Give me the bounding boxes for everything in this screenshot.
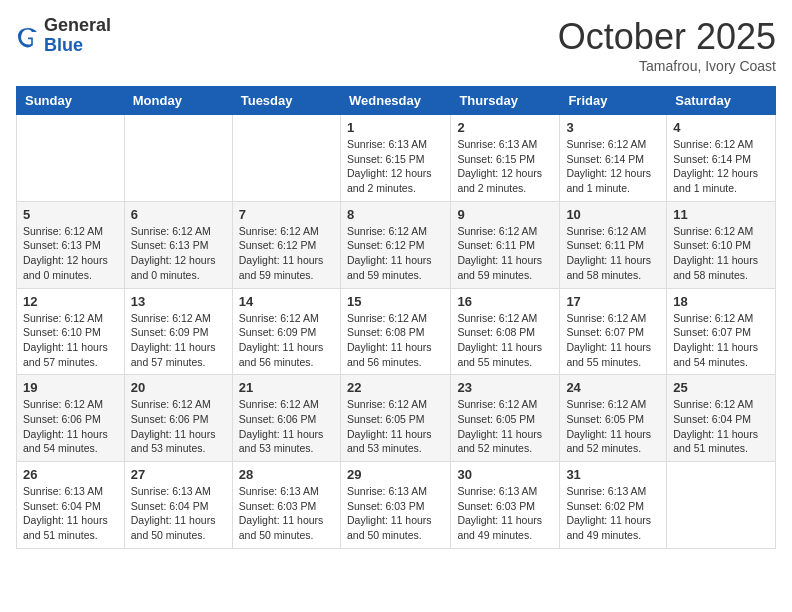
day-info: Sunrise: 6:12 AMSunset: 6:14 PMDaylight:… — [566, 137, 660, 196]
day-info: Sunrise: 6:12 AMSunset: 6:11 PMDaylight:… — [566, 224, 660, 283]
day-number: 10 — [566, 207, 660, 222]
calendar-week-row: 1Sunrise: 6:13 AMSunset: 6:15 PMDaylight… — [17, 115, 776, 202]
day-info: Sunrise: 6:12 AMSunset: 6:09 PMDaylight:… — [131, 311, 226, 370]
table-row — [124, 115, 232, 202]
day-number: 23 — [457, 380, 553, 395]
table-row: 23Sunrise: 6:12 AMSunset: 6:05 PMDayligh… — [451, 375, 560, 462]
table-row: 18Sunrise: 6:12 AMSunset: 6:07 PMDayligh… — [667, 288, 776, 375]
day-info: Sunrise: 6:12 AMSunset: 6:05 PMDaylight:… — [347, 397, 444, 456]
calendar-week-row: 19Sunrise: 6:12 AMSunset: 6:06 PMDayligh… — [17, 375, 776, 462]
table-row: 15Sunrise: 6:12 AMSunset: 6:08 PMDayligh… — [340, 288, 450, 375]
day-number: 17 — [566, 294, 660, 309]
day-info: Sunrise: 6:12 AMSunset: 6:12 PMDaylight:… — [239, 224, 334, 283]
logo-text: General Blue — [44, 16, 111, 56]
day-info: Sunrise: 6:13 AMSunset: 6:15 PMDaylight:… — [457, 137, 553, 196]
day-info: Sunrise: 6:12 AMSunset: 6:14 PMDaylight:… — [673, 137, 769, 196]
col-thursday: Thursday — [451, 87, 560, 115]
table-row: 17Sunrise: 6:12 AMSunset: 6:07 PMDayligh… — [560, 288, 667, 375]
table-row: 13Sunrise: 6:12 AMSunset: 6:09 PMDayligh… — [124, 288, 232, 375]
col-tuesday: Tuesday — [232, 87, 340, 115]
table-row: 6Sunrise: 6:12 AMSunset: 6:13 PMDaylight… — [124, 201, 232, 288]
day-number: 14 — [239, 294, 334, 309]
day-info: Sunrise: 6:12 AMSunset: 6:06 PMDaylight:… — [239, 397, 334, 456]
day-number: 24 — [566, 380, 660, 395]
table-row: 20Sunrise: 6:12 AMSunset: 6:06 PMDayligh… — [124, 375, 232, 462]
table-row: 12Sunrise: 6:12 AMSunset: 6:10 PMDayligh… — [17, 288, 125, 375]
day-info: Sunrise: 6:12 AMSunset: 6:06 PMDaylight:… — [23, 397, 118, 456]
day-number: 5 — [23, 207, 118, 222]
day-number: 31 — [566, 467, 660, 482]
day-info: Sunrise: 6:12 AMSunset: 6:07 PMDaylight:… — [673, 311, 769, 370]
day-number: 18 — [673, 294, 769, 309]
location: Tamafrou, Ivory Coast — [558, 58, 776, 74]
day-number: 12 — [23, 294, 118, 309]
calendar-week-row: 12Sunrise: 6:12 AMSunset: 6:10 PMDayligh… — [17, 288, 776, 375]
day-number: 19 — [23, 380, 118, 395]
table-row: 27Sunrise: 6:13 AMSunset: 6:04 PMDayligh… — [124, 462, 232, 549]
day-number: 29 — [347, 467, 444, 482]
table-row: 10Sunrise: 6:12 AMSunset: 6:11 PMDayligh… — [560, 201, 667, 288]
calendar-header-row: Sunday Monday Tuesday Wednesday Thursday… — [17, 87, 776, 115]
table-row: 1Sunrise: 6:13 AMSunset: 6:15 PMDaylight… — [340, 115, 450, 202]
logo: General Blue — [16, 16, 111, 56]
day-number: 28 — [239, 467, 334, 482]
day-info: Sunrise: 6:12 AMSunset: 6:09 PMDaylight:… — [239, 311, 334, 370]
logo-blue: Blue — [44, 36, 111, 56]
table-row: 3Sunrise: 6:12 AMSunset: 6:14 PMDaylight… — [560, 115, 667, 202]
day-info: Sunrise: 6:12 AMSunset: 6:13 PMDaylight:… — [23, 224, 118, 283]
day-number: 8 — [347, 207, 444, 222]
col-monday: Monday — [124, 87, 232, 115]
month-title: October 2025 — [558, 16, 776, 58]
day-number: 22 — [347, 380, 444, 395]
table-row: 31Sunrise: 6:13 AMSunset: 6:02 PMDayligh… — [560, 462, 667, 549]
table-row: 2Sunrise: 6:13 AMSunset: 6:15 PMDaylight… — [451, 115, 560, 202]
day-number: 21 — [239, 380, 334, 395]
col-sunday: Sunday — [17, 87, 125, 115]
col-saturday: Saturday — [667, 87, 776, 115]
day-info: Sunrise: 6:13 AMSunset: 6:04 PMDaylight:… — [23, 484, 118, 543]
day-info: Sunrise: 6:12 AMSunset: 6:06 PMDaylight:… — [131, 397, 226, 456]
day-number: 4 — [673, 120, 769, 135]
day-number: 16 — [457, 294, 553, 309]
table-row: 26Sunrise: 6:13 AMSunset: 6:04 PMDayligh… — [17, 462, 125, 549]
day-number: 3 — [566, 120, 660, 135]
table-row: 24Sunrise: 6:12 AMSunset: 6:05 PMDayligh… — [560, 375, 667, 462]
day-info: Sunrise: 6:13 AMSunset: 6:03 PMDaylight:… — [457, 484, 553, 543]
day-number: 13 — [131, 294, 226, 309]
logo-general: General — [44, 16, 111, 36]
day-number: 20 — [131, 380, 226, 395]
day-info: Sunrise: 6:12 AMSunset: 6:13 PMDaylight:… — [131, 224, 226, 283]
day-number: 15 — [347, 294, 444, 309]
day-number: 2 — [457, 120, 553, 135]
table-row: 7Sunrise: 6:12 AMSunset: 6:12 PMDaylight… — [232, 201, 340, 288]
table-row — [17, 115, 125, 202]
table-row: 4Sunrise: 6:12 AMSunset: 6:14 PMDaylight… — [667, 115, 776, 202]
table-row: 30Sunrise: 6:13 AMSunset: 6:03 PMDayligh… — [451, 462, 560, 549]
table-row: 25Sunrise: 6:12 AMSunset: 6:04 PMDayligh… — [667, 375, 776, 462]
table-row: 8Sunrise: 6:12 AMSunset: 6:12 PMDaylight… — [340, 201, 450, 288]
day-info: Sunrise: 6:12 AMSunset: 6:08 PMDaylight:… — [347, 311, 444, 370]
table-row: 19Sunrise: 6:12 AMSunset: 6:06 PMDayligh… — [17, 375, 125, 462]
day-number: 9 — [457, 207, 553, 222]
table-row: 28Sunrise: 6:13 AMSunset: 6:03 PMDayligh… — [232, 462, 340, 549]
day-info: Sunrise: 6:12 AMSunset: 6:10 PMDaylight:… — [23, 311, 118, 370]
page-header: General Blue October 2025 Tamafrou, Ivor… — [16, 16, 776, 74]
table-row — [667, 462, 776, 549]
day-info: Sunrise: 6:13 AMSunset: 6:15 PMDaylight:… — [347, 137, 444, 196]
day-info: Sunrise: 6:12 AMSunset: 6:05 PMDaylight:… — [457, 397, 553, 456]
col-friday: Friday — [560, 87, 667, 115]
calendar: Sunday Monday Tuesday Wednesday Thursday… — [16, 86, 776, 549]
calendar-week-row: 5Sunrise: 6:12 AMSunset: 6:13 PMDaylight… — [17, 201, 776, 288]
day-number: 7 — [239, 207, 334, 222]
day-info: Sunrise: 6:12 AMSunset: 6:04 PMDaylight:… — [673, 397, 769, 456]
day-info: Sunrise: 6:12 AMSunset: 6:11 PMDaylight:… — [457, 224, 553, 283]
table-row: 5Sunrise: 6:12 AMSunset: 6:13 PMDaylight… — [17, 201, 125, 288]
day-number: 30 — [457, 467, 553, 482]
table-row: 14Sunrise: 6:12 AMSunset: 6:09 PMDayligh… — [232, 288, 340, 375]
table-row: 22Sunrise: 6:12 AMSunset: 6:05 PMDayligh… — [340, 375, 450, 462]
day-number: 25 — [673, 380, 769, 395]
day-number: 11 — [673, 207, 769, 222]
day-number: 6 — [131, 207, 226, 222]
day-number: 26 — [23, 467, 118, 482]
table-row: 16Sunrise: 6:12 AMSunset: 6:08 PMDayligh… — [451, 288, 560, 375]
